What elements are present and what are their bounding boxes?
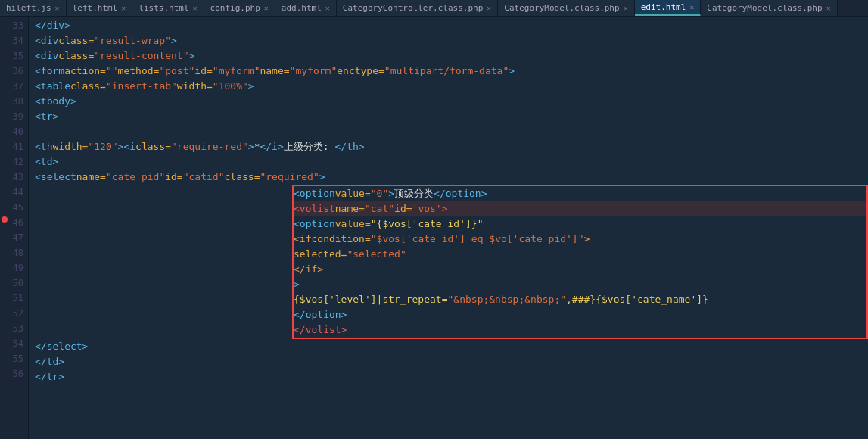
tab-categorycontroller[interactable]: CategoryController.class.php✕ xyxy=(337,0,498,16)
line-number-52: 52 xyxy=(0,306,28,321)
line-number-43: 43 xyxy=(0,170,28,185)
code-line-50: > xyxy=(294,277,866,292)
code-line-41: <th width="120"><i class="require-red">*… xyxy=(35,139,868,154)
code-line-53: </volist> xyxy=(294,322,866,338)
code-line-48: selected="selected" xyxy=(294,247,866,262)
tab-left[interactable]: left.html✕ xyxy=(67,0,133,16)
code-line-34: <div class="result-wrap"> xyxy=(35,33,868,48)
line-number-33: 33 xyxy=(0,18,28,33)
code-line-40 xyxy=(35,124,868,139)
code-line-49: </if> xyxy=(294,262,866,277)
editor: 3334353637383940414243444546474849505152… xyxy=(0,17,868,439)
code-line-42: <td> xyxy=(35,154,868,170)
line-numbers: 3334353637383940414243444546474849505152… xyxy=(0,17,29,439)
code-line-52: </option> xyxy=(294,307,866,322)
line-number-53: 53 xyxy=(0,321,28,336)
line-number-40: 40 xyxy=(0,124,28,139)
tab-close-icon[interactable]: ✕ xyxy=(487,4,491,12)
red-highlight-box: <option value="0">顶级分类</option> <volist … xyxy=(292,185,868,339)
line-number-48: 48 xyxy=(0,245,28,260)
line-number-50: 50 xyxy=(0,276,28,291)
tab-close-icon[interactable]: ✕ xyxy=(55,4,60,12)
code-content[interactable]: </div> <div class="result-wrap"> <div cl… xyxy=(29,17,868,439)
code-line-46: <option value="{$vos['cate_id']}" xyxy=(294,216,866,232)
code-line-47: <if condition="$vos['cate_id'] eq $vo['c… xyxy=(294,232,866,247)
line-number-55: 55 xyxy=(0,351,28,366)
line-number-36: 36 xyxy=(0,64,28,79)
tab-edit[interactable]: edit.html✕ xyxy=(635,0,702,16)
line-number-38: 38 xyxy=(0,94,28,109)
tab-add[interactable]: add.html✕ xyxy=(275,0,337,16)
code-line-33: </div> xyxy=(35,18,868,33)
tab-bar: hileft.js✕left.html✕lists.html✕config.ph… xyxy=(0,0,868,17)
tab-lists[interactable]: lists.html✕ xyxy=(132,0,204,16)
tab-hileft[interactable]: hileft.js✕ xyxy=(0,0,67,16)
code-line-43: <select name="cate_pid" id="catid" class… xyxy=(35,170,868,185)
line-number-54: 54 xyxy=(0,336,28,351)
line-number-44: 44 xyxy=(0,185,28,200)
code-line-35: <div class="result-content"> xyxy=(35,48,868,64)
line-number-47: 47 xyxy=(0,230,28,245)
line-number-34: 34 xyxy=(0,33,28,48)
code-line-51: {$vos['level']|str_repeat="&nbsp;&nbsp;&… xyxy=(294,292,866,307)
code-line-45: <volist name="cat" id='vos'> xyxy=(294,201,866,216)
tab-close-icon[interactable]: ✕ xyxy=(325,4,330,12)
code-line-36: <form action="" method="post" id="myform… xyxy=(35,64,868,79)
code-line-39: <tr> xyxy=(35,109,868,124)
tab-close-icon[interactable]: ✕ xyxy=(624,4,628,12)
code-line-37: <table class="insert-tab" width="100%"> xyxy=(35,79,868,94)
line-number-37: 37 xyxy=(0,79,28,94)
line-number-56: 56 xyxy=(0,366,28,381)
tab-close-icon[interactable]: ✕ xyxy=(121,4,126,12)
tab-close-icon[interactable]: ✕ xyxy=(689,3,694,11)
code-line-44: <option value="0">顶级分类</option> xyxy=(294,186,866,201)
code-line-55: </td> xyxy=(35,354,868,369)
code-line-54: </select> xyxy=(35,339,868,354)
line-number-51: 51 xyxy=(0,291,28,306)
code-line-38: <tbody> xyxy=(35,94,868,109)
line-number-49: 49 xyxy=(0,260,28,276)
code-lines: </div> <div class="result-wrap"> <div cl… xyxy=(35,17,868,385)
line-number-35: 35 xyxy=(0,48,28,64)
code-line-56: </tr> xyxy=(35,369,868,385)
line-number-41: 41 xyxy=(0,139,28,154)
tab-categorymodel[interactable]: CategoryModel.class.php✕ xyxy=(498,0,634,16)
breakpoint-marker xyxy=(2,216,8,223)
line-number-42: 42 xyxy=(0,154,28,170)
tab-categorymodel2[interactable]: CategoryModel.class.php✕ xyxy=(701,0,837,16)
tab-close-icon[interactable]: ✕ xyxy=(826,4,831,12)
line-number-45: 45 xyxy=(0,200,28,215)
tab-close-icon[interactable]: ✕ xyxy=(193,4,198,12)
line-number-39: 39 xyxy=(0,109,28,124)
tab-close-icon[interactable]: ✕ xyxy=(264,4,269,12)
tab-config[interactable]: config.php✕ xyxy=(204,0,275,16)
